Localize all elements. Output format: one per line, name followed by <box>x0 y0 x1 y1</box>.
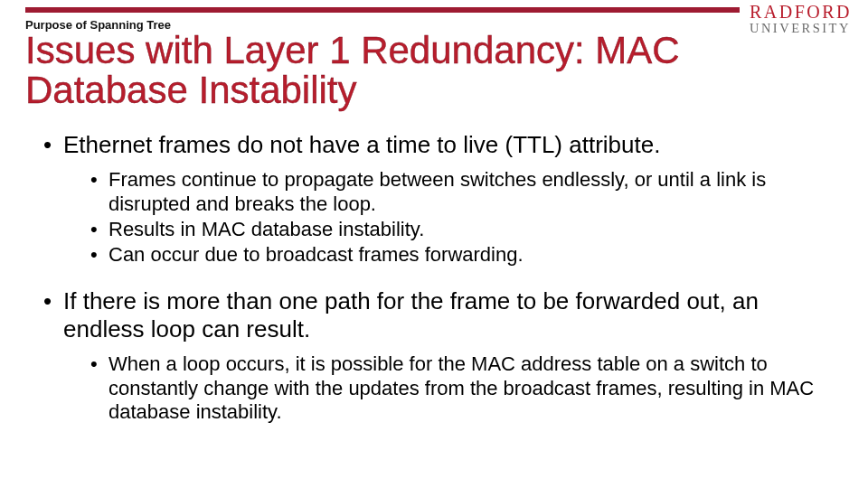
bullet-level2: Frames continue to propagate between swi… <box>90 168 830 216</box>
slide-title: Issues with Layer 1 Redundancy: MAC Data… <box>25 31 821 110</box>
bullet-level2: When a loop occurs, it is possible for t… <box>90 352 830 424</box>
bullet-level2: Results in MAC database instability. <box>90 218 830 241</box>
bullet-sublist: When a loop occurs, it is possible for t… <box>90 352 830 424</box>
bullet-level1: Ethernet frames do not have a time to li… <box>43 131 830 159</box>
header-rule <box>25 7 740 13</box>
brand-top: RADFORD <box>750 4 852 21</box>
slide-body: Ethernet frames do not have a time to li… <box>43 131 830 444</box>
bullet-sublist: Frames continue to propagate between swi… <box>90 168 830 267</box>
bullet-level2: Can occur due to broadcast frames forwar… <box>90 243 830 267</box>
bullet-level1: If there is more than one path for the f… <box>43 287 830 343</box>
